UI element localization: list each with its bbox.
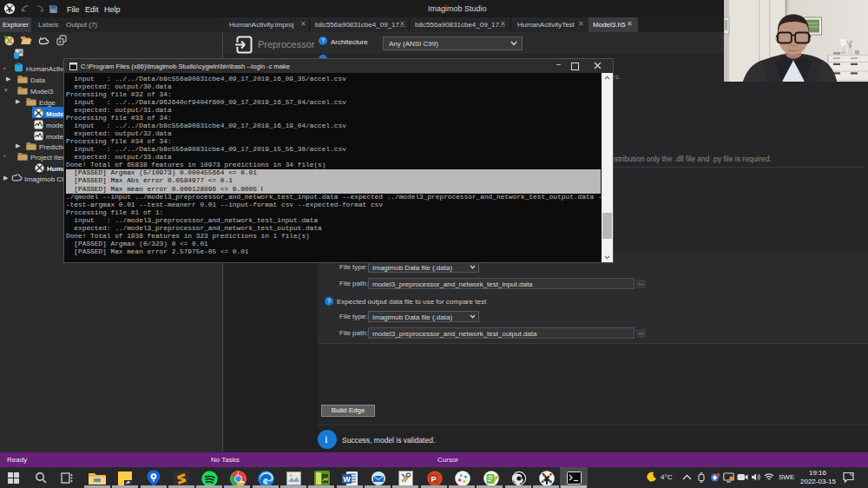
svg-text:P: P (431, 475, 436, 484)
svg-text:W: W (343, 475, 351, 484)
